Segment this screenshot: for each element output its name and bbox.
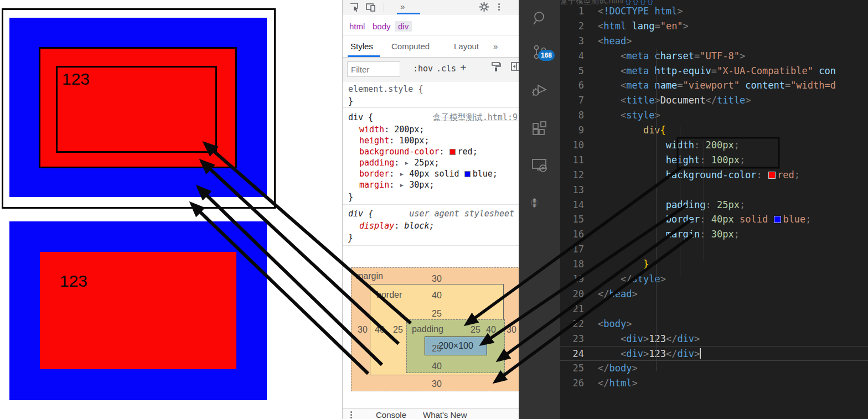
line-number: 11 <box>560 153 598 168</box>
code-line[interactable]: 14 padding: 25px; <box>560 198 868 213</box>
rule2-selector[interactable]: div { <box>348 209 373 219</box>
rule1-close: } <box>348 192 353 202</box>
code-line[interactable]: 21 <box>560 302 868 317</box>
hex-extension-icon[interactable]: H <box>531 195 548 211</box>
device-toolbar-icon[interactable] <box>366 2 376 14</box>
code-line[interactable]: 5 <meta http-equiv="X-UA-Compatible" con <box>560 64 868 79</box>
color-swatch <box>464 171 471 177</box>
code-line[interactable]: 8 <style> <box>560 108 868 123</box>
vscode-editor[interactable]: 1<!DOCTYPE html>2<html lang="en">3<head>… <box>560 4 868 419</box>
paint-format-icon[interactable] <box>491 61 501 74</box>
active-tab-underline <box>348 55 380 57</box>
box-model-margin-left-value: 30 <box>358 325 368 335</box>
code-line[interactable]: 16 margin: 30px; <box>560 227 868 242</box>
run-and-debug-icon[interactable] <box>531 81 548 97</box>
box-model-padding-top-value: 25 <box>432 309 442 319</box>
code-line[interactable]: 6 <meta name="viewport" content="width=d <box>560 78 868 93</box>
styles-filter-input[interactable] <box>347 61 400 77</box>
code-line-active[interactable]: 24 <div>123</div> <box>560 346 868 361</box>
code-line[interactable]: 10 width: 200px; <box>560 138 868 153</box>
line-number: 26 <box>560 376 598 391</box>
code-line[interactable]: 11 height: 100px; <box>560 153 868 168</box>
code-line[interactable]: 20</head> <box>560 287 868 302</box>
drawer-tab-whats-new[interactable]: What's New <box>423 410 467 419</box>
code-line[interactable]: 19 </style> <box>560 272 868 287</box>
line-number: 12 <box>560 168 598 183</box>
css-property[interactable]: width: 200px; <box>359 125 424 135</box>
breadcrumb-body[interactable]: body <box>373 22 391 31</box>
css-property[interactable]: border: ▸ 40px solid blue; <box>359 169 498 179</box>
more-tabs-chevron[interactable]: » <box>400 2 405 11</box>
code-line[interactable]: 25</body> <box>560 361 868 376</box>
box-model-padding-right-value: 25 <box>471 325 480 335</box>
devtools-drawer: Console What's New <box>343 408 519 419</box>
hidden-active-tab-indicator <box>397 13 420 14</box>
devtools-menu-kebab-icon[interactable] <box>498 3 500 11</box>
css-property[interactable]: height: 100px; <box>359 136 429 146</box>
code-line[interactable]: 18 } <box>560 257 868 272</box>
code-line[interactable]: 17 <box>560 242 868 257</box>
css-property[interactable]: background-color: red; <box>359 147 478 157</box>
line-number: 8 <box>560 108 598 123</box>
remote-explorer-icon[interactable] <box>531 157 548 174</box>
inspect-element-icon[interactable] <box>349 2 359 14</box>
section-divider <box>343 107 519 108</box>
code-line[interactable]: 15 border: 40px solid blue; <box>560 212 868 227</box>
toolbar-divider <box>384 3 384 12</box>
line-number: 6 <box>560 78 598 93</box>
tab-computed[interactable]: Computed <box>391 42 430 51</box>
indent-guide <box>680 126 680 276</box>
code-line[interactable]: 12 background-color: red; <box>560 168 868 183</box>
breadcrumb-div-selected[interactable]: div <box>395 21 412 32</box>
css-property[interactable]: padding: ▸ 25px; <box>359 158 440 168</box>
line-number: 21 <box>560 302 598 317</box>
box-model-margin-box[interactable]: margin 30 border padding 200×100 40 25 3… <box>351 267 519 391</box>
settings-gear-icon[interactable] <box>479 2 489 14</box>
box-model-padding-bottom-value: 25 <box>432 344 442 354</box>
code-line[interactable]: 7 <title>Document</title> <box>560 93 868 108</box>
code-line[interactable]: 4 <meta charset="UTF-8"> <box>560 49 868 64</box>
vscode-window: 168 H 盒子模型测试.html {} {} {} {} 1<!DOCTYPE… <box>519 0 868 419</box>
code-line[interactable]: 9 div{ <box>560 123 868 138</box>
vscode-activity-bar: 168 H <box>519 0 560 419</box>
code-line[interactable]: 23 <div>123</div> <box>560 332 868 346</box>
css-property[interactable]: display: block; <box>359 221 434 231</box>
search-icon[interactable] <box>531 10 548 27</box>
toggle-cls[interactable]: .cls <box>436 64 456 74</box>
drawer-menu-kebab-icon[interactable] <box>350 411 352 418</box>
line-number: 10 <box>560 138 598 153</box>
code-line[interactable]: 3<head> <box>560 34 868 49</box>
code-line[interactable]: 22<body> <box>560 317 868 332</box>
line-number: 19 <box>560 272 598 287</box>
rule1-selector[interactable]: div { <box>348 112 373 122</box>
drawer-tab-console[interactable]: Console <box>376 410 406 419</box>
code-line[interactable]: 26</html> <box>560 376 868 391</box>
new-style-rule-button[interactable]: + <box>460 61 467 74</box>
annotation-rect-content-edge: 123 <box>56 66 217 153</box>
tab-styles[interactable]: Styles <box>350 42 373 51</box>
dom-breadcrumbs: html body div <box>343 19 519 35</box>
rule2-source: user agent stylesheet <box>409 209 514 219</box>
toggle-sidebar-icon[interactable] <box>511 62 519 73</box>
line-number: 25 <box>560 361 598 376</box>
breadcrumb-html[interactable]: html <box>349 22 365 31</box>
extensions-icon[interactable] <box>531 121 548 137</box>
element-style-open[interactable]: element.style { <box>348 84 423 94</box>
box-model-border-top-value: 40 <box>432 291 442 301</box>
tab-layout[interactable]: Layout <box>454 42 479 51</box>
section-divider <box>343 204 519 205</box>
css-property[interactable]: margin: ▸ 30px; <box>359 180 434 190</box>
rule1-source-link[interactable]: 盒子模型测试.html:9 <box>433 112 518 123</box>
line-number: 17 <box>560 242 598 257</box>
line-number: 13 <box>560 183 598 198</box>
code-line[interactable]: 13 <box>560 183 868 198</box>
code-line[interactable]: 1<!DOCTYPE html> <box>560 4 868 19</box>
box-model-border-bottom-value: 40 <box>432 361 442 371</box>
toggle-hov[interactable]: :hov <box>413 64 433 74</box>
code-line[interactable]: 2<html lang="en"> <box>560 19 868 34</box>
tabs-overflow-chevron[interactable]: » <box>493 42 498 51</box>
styles-filter-bar: :hov .cls + <box>343 58 519 81</box>
rendered-box1-text: 123 <box>58 68 215 91</box>
line-number: 5 <box>560 64 598 79</box>
line-number: 23 <box>560 332 598 346</box>
